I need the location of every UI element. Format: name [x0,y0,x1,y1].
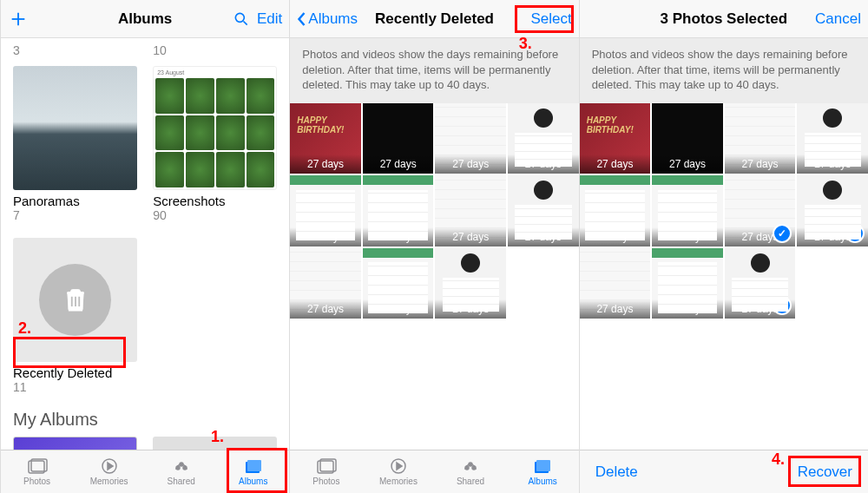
add-icon[interactable] [8,9,29,30]
album-count: 11 [13,380,137,394]
photo-item[interactable]: 27 days [725,103,796,174]
my-albums-header: My Albums [13,410,277,430]
photo-item[interactable]: 27 days✓ [725,248,796,319]
screen-selected: 3 Photos Selected Cancel Photos and vide… [579,0,868,493]
info-banner: Photos and videos show the days remainin… [580,38,868,103]
photo-item[interactable]: 27 days [580,175,651,246]
album-count: 3 [13,43,137,57]
days-badge: 27 days [290,227,361,246]
days-badge: 27 days [290,154,361,174]
cancel-button[interactable]: Cancel [815,10,861,28]
days-badge: 27 days [508,227,579,246]
recover-button[interactable]: Recover [798,463,852,481]
photo-item[interactable]: 27 days [435,175,506,246]
album-name: Screenshots [153,194,277,208]
photo-item[interactable]: 27 days [652,248,723,319]
shared-icon [171,457,192,475]
album-panoramas[interactable]: Panoramas 7 [13,66,137,222]
photo-item[interactable]: 27 days✓ [725,175,796,246]
photo-item[interactable]: 27 days [652,103,723,174]
days-badge: 27 days [363,299,434,319]
photo-item[interactable]: 27 days [363,175,434,246]
date-label: 23 August [155,69,274,76]
bottombar: Delete Recover [580,450,868,493]
photo-item[interactable]: 27 days [652,175,723,246]
page-title: 3 Photos Selected [648,10,800,28]
svg-marker-22 [397,463,402,470]
tab-albums[interactable]: Albums [507,450,579,493]
days-badge: 27 days [725,299,796,319]
days-badge: 27 days [435,299,506,319]
svg-line-3 [244,21,247,24]
photo-item[interactable]: 27 days [435,248,506,319]
memories-icon [388,457,409,475]
screenshots-thumbnail: 23 August [153,66,277,190]
chevron-left-icon [297,11,306,27]
album-cover[interactable] [153,437,277,450]
days-badge: 27 days [435,154,506,174]
days-badge: 27 days [363,227,434,246]
days-badge: 27 days [725,154,796,174]
photo-item[interactable]: 27 days [435,103,506,174]
screen-recently-deleted: Albums Recently Deleted Select Photos an… [289,0,578,493]
tab-label: Memories [90,477,128,486]
photo-item[interactable]: 27 days [290,175,361,246]
album-count: 10 [153,43,277,57]
photo-grid: 27 days 27 days 27 days 27 days 27 days … [580,103,868,319]
tab-label: Photos [312,477,339,486]
albums-icon [243,457,264,475]
edit-button[interactable]: Edit [257,10,282,28]
tab-photos[interactable]: Photos [290,450,362,493]
svg-point-25 [469,463,472,466]
photo-item[interactable]: 27 days [797,103,868,174]
tab-shared[interactable]: Shared [145,450,217,493]
svg-point-15 [183,466,187,470]
photos-icon [27,457,48,475]
deleted-content: Photos and videos show the days remainin… [290,38,578,450]
tab-memories[interactable]: Memories [73,450,145,493]
photo-item[interactable]: 27 days [290,103,361,174]
photo-grid: 27 days 27 days 27 days 27 days 27 days … [290,103,578,319]
albums-icon [532,457,553,475]
tab-label: Photos [23,477,50,486]
navbar-selected: 3 Photos Selected Cancel [580,0,868,38]
svg-rect-5 [67,292,84,294]
page-title: Recently Deleted [358,10,510,28]
tab-photos[interactable]: Photos [1,450,73,493]
days-badge: 27 days [290,299,361,319]
tabbar: Photos Memories Shared Albums [1,450,289,493]
search-icon[interactable] [231,9,252,30]
tab-label: Memories [379,477,418,486]
photo-item[interactable]: 27 days✓ [797,175,868,246]
photo-item[interactable]: 27 days [580,103,651,174]
days-badge: 27 days [435,227,506,246]
svg-marker-13 [108,463,113,470]
tab-memories[interactable]: Memories [362,450,434,493]
photos-icon [316,457,337,475]
photo-item[interactable]: 27 days [580,248,651,319]
delete-button[interactable]: Delete [595,463,638,481]
tab-shared[interactable]: Shared [434,450,506,493]
album-name: Recently Deleted [13,365,137,380]
days-badge: 27 days [797,154,868,174]
album-name: Panoramas [13,194,137,208]
svg-point-23 [465,466,469,470]
select-button[interactable]: Select [530,10,571,28]
photo-item[interactable]: 27 days [290,248,361,319]
photo-item[interactable]: 27 days [508,103,579,174]
check-icon: ✓ [845,224,865,243]
photo-item[interactable]: 27 days [363,103,434,174]
svg-point-24 [472,466,476,470]
album-recently-deleted[interactable]: Recently Deleted 11 [13,238,137,394]
photo-item[interactable]: 27 days [508,175,579,246]
photo-item[interactable]: 27 days [363,248,434,319]
tab-albums[interactable]: Albums [217,450,289,493]
back-button[interactable]: Albums [297,10,358,28]
days-badge: 27 days [652,154,723,174]
days-badge: 27 days [363,154,434,174]
memories-icon [99,457,120,475]
album-screenshots[interactable]: 23 August Screenshots 90 [153,66,277,222]
days-badge: 27 days [580,227,651,246]
album-cover[interactable] [13,437,137,450]
trash-thumbnail [13,238,137,362]
